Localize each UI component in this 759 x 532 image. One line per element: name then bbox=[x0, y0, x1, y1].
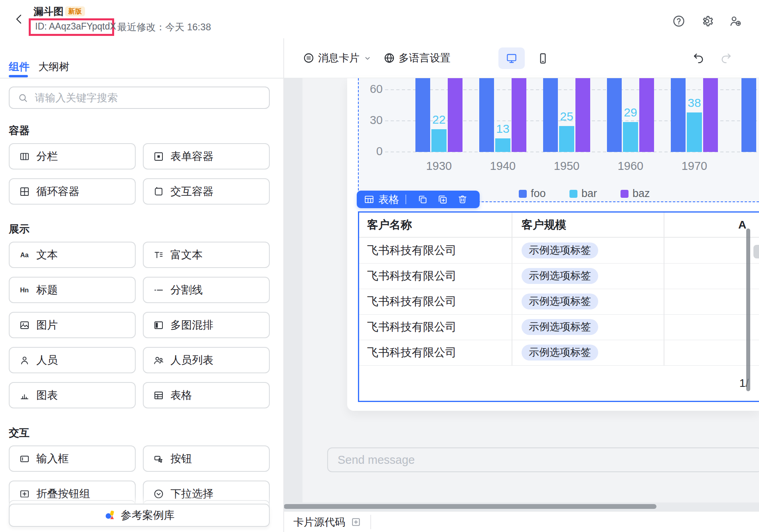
sidebar-item-标题[interactable]: Hn标题 bbox=[9, 277, 136, 303]
desktop-preview-toggle[interactable] bbox=[498, 47, 525, 69]
sidebar-item-label: 按钮 bbox=[170, 451, 192, 466]
sidebar-item-label: 富文本 bbox=[170, 248, 203, 262]
sidebar-item-循环容器[interactable]: 循环容器 bbox=[9, 178, 136, 205]
sidebar-divider bbox=[283, 38, 284, 532]
window-edge-scroll-pill[interactable] bbox=[753, 245, 759, 258]
sidebar-item-文本[interactable]: Aa文本 bbox=[9, 242, 136, 268]
sidebar-item-按钮[interactable]: 按钮 bbox=[143, 445, 270, 472]
dropdown-select-icon bbox=[153, 489, 164, 499]
search-input[interactable] bbox=[34, 91, 251, 104]
tab-outline-tree[interactable]: 大纲树 bbox=[38, 60, 69, 74]
chart-xtick: 1940 bbox=[479, 160, 527, 173]
option-tag: 示例选项标签 bbox=[522, 268, 598, 284]
legend-swatch bbox=[519, 190, 527, 198]
redo-button[interactable] bbox=[719, 38, 733, 78]
bar-baz bbox=[639, 78, 654, 152]
table-row[interactable]: 飞书科技有限公司示例选项标签 bbox=[359, 263, 759, 289]
option-tag: 示例选项标签 bbox=[522, 242, 598, 258]
loop-container-icon bbox=[19, 186, 30, 197]
interactive-container-icon bbox=[153, 186, 164, 197]
sidebar-item-label: 分割线 bbox=[170, 283, 203, 297]
sidebar-item-多图混排[interactable]: 多图混排 bbox=[143, 312, 270, 338]
columns-icon bbox=[19, 151, 30, 162]
case-library-label: 参考案例库 bbox=[121, 508, 175, 522]
settings-button[interactable] bbox=[700, 14, 714, 28]
plus-square-icon[interactable] bbox=[351, 517, 361, 527]
sidebar-item-输入框[interactable]: 输入框 bbox=[9, 445, 136, 472]
sidebar-item-label: 表单容器 bbox=[170, 149, 213, 164]
language-settings-button[interactable]: 多语言设置 bbox=[383, 38, 451, 78]
message-card-icon bbox=[303, 52, 314, 64]
divider-icon bbox=[153, 285, 164, 296]
mobile-preview-toggle[interactable] bbox=[530, 47, 556, 69]
page-title: 漏斗图 bbox=[34, 5, 63, 18]
legend-item: foo bbox=[519, 187, 546, 200]
last-modified: 最近修改：今天 16:38 bbox=[117, 21, 211, 33]
option-tag: 示例选项标签 bbox=[522, 345, 598, 361]
copy-button[interactable] bbox=[413, 194, 433, 205]
legend-swatch bbox=[621, 190, 629, 198]
canvas-horizontal-scrollbar[interactable] bbox=[284, 504, 656, 509]
customer-name-cell: 飞书科技有限公司 bbox=[367, 238, 457, 263]
sidebar-item-图表[interactable]: 图表 bbox=[9, 382, 136, 408]
sidebar-item-label: 图片 bbox=[36, 318, 58, 332]
sidebar-item-分割线[interactable]: 分割线 bbox=[143, 277, 270, 303]
table-row[interactable]: 飞书科技有限公司示例选项标签 bbox=[359, 314, 759, 340]
case-library-button[interactable]: 参考案例库 bbox=[9, 504, 270, 527]
table-component[interactable]: 客户名称 客户规模 A 飞书科技有限公司示例选项标签飞书科技有限公司示例选项标签… bbox=[358, 211, 759, 402]
globe-icon bbox=[383, 52, 395, 64]
button-icon bbox=[153, 453, 164, 464]
sidebar-item-label: 分栏 bbox=[36, 149, 58, 164]
chart-component[interactable]: 03060221930131940251950291960381970fooba… bbox=[358, 78, 759, 202]
bar-bar bbox=[559, 126, 574, 152]
input-icon bbox=[19, 453, 30, 464]
help-button[interactable] bbox=[672, 14, 686, 28]
table-header-size: 客户规模 bbox=[522, 213, 566, 237]
svg-text:Aa: Aa bbox=[20, 251, 29, 258]
heading-icon: Hn bbox=[19, 285, 30, 296]
component-section: 容器分栏表单容器循环容器交互容器 bbox=[0, 124, 283, 205]
back-button[interactable] bbox=[11, 11, 27, 27]
sidebar-item-label: 人员列表 bbox=[170, 353, 213, 367]
message-composer[interactable] bbox=[327, 447, 759, 472]
legend-label: foo bbox=[531, 187, 546, 200]
bar-foo bbox=[671, 78, 686, 152]
card-type-label: 消息卡片 bbox=[318, 51, 360, 65]
share-user-button[interactable] bbox=[729, 14, 742, 28]
sidebar-item-label: 输入框 bbox=[36, 451, 69, 466]
sidebar-item-人员[interactable]: 人员 bbox=[9, 347, 136, 373]
sidebar-item-富文本[interactable]: 富文本 bbox=[143, 242, 270, 268]
table-row[interactable]: 飞书科技有限公司示例选项标签 bbox=[359, 340, 759, 366]
canvas-vertical-scrollbar[interactable] bbox=[746, 229, 750, 391]
source-code-toggle[interactable]: 卡片源代码 bbox=[293, 512, 361, 532]
form-container-icon bbox=[153, 151, 164, 162]
sidebar-item-图片[interactable]: 图片 bbox=[9, 312, 136, 338]
sidebar-item-交互容器[interactable]: 交互容器 bbox=[143, 178, 270, 205]
sidebar-item-分栏[interactable]: 分栏 bbox=[9, 143, 136, 169]
bar-foo bbox=[479, 78, 494, 152]
sidebar-item-表格[interactable]: 表格 bbox=[143, 382, 270, 408]
component-search[interactable] bbox=[9, 87, 270, 109]
table-row[interactable]: 飞书科技有限公司示例选项标签 bbox=[359, 289, 759, 315]
bar-baz bbox=[512, 78, 526, 152]
legend-label: bar bbox=[581, 187, 597, 200]
chevron-left-icon bbox=[13, 13, 26, 26]
bar-bar bbox=[431, 129, 447, 152]
send-message-input[interactable] bbox=[328, 448, 759, 471]
chart-ytick: 60 bbox=[364, 83, 383, 96]
sidebar-item-表单容器[interactable]: 表单容器 bbox=[143, 143, 270, 169]
delete-button[interactable] bbox=[453, 194, 472, 205]
tab-components[interactable]: 组件 bbox=[9, 60, 30, 74]
table-icon bbox=[153, 390, 164, 401]
undo-button[interactable] bbox=[692, 38, 705, 78]
card-type-dropdown[interactable]: 消息卡片 bbox=[303, 38, 372, 78]
language-settings-label: 多语言设置 bbox=[399, 51, 451, 65]
sidebar-item-人员列表[interactable]: 人员列表 bbox=[143, 347, 270, 373]
duplicate-button[interactable] bbox=[433, 194, 453, 205]
customer-name-cell: 飞书科技有限公司 bbox=[367, 340, 457, 365]
table-header-clipped: A bbox=[738, 213, 746, 237]
component-sections: 容器分栏表单容器循环容器交互容器展示Aa文本富文本Hn标题分割线图片多图混排人员… bbox=[0, 109, 283, 507]
toolbar-separator bbox=[405, 195, 406, 204]
chart-xtick: 1930 bbox=[415, 160, 463, 173]
table-row[interactable]: 飞书科技有限公司示例选项标签 bbox=[359, 238, 759, 264]
